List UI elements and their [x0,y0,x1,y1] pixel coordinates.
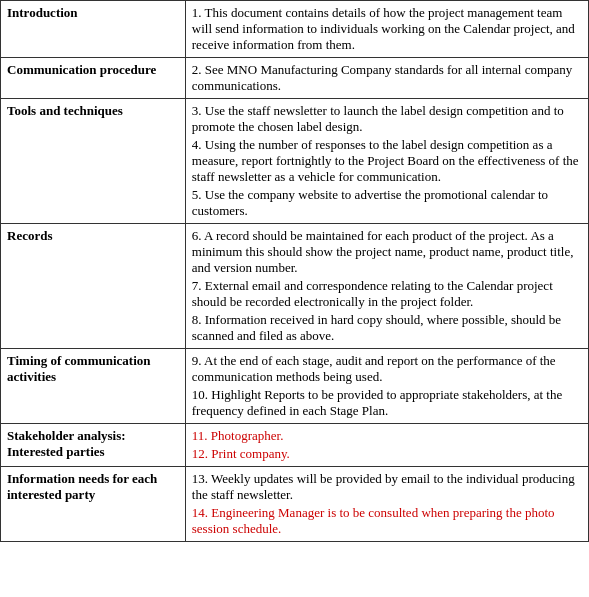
item-text: Highlight Reports to be provided to appr… [192,387,562,418]
content-item: 12. Print company. [192,446,582,462]
item-text: Engineering Manager is to be consulted w… [192,505,555,536]
content-item: 11. Photographer. [192,428,582,444]
item-number: 8. [192,312,202,327]
item-text: Using the number of responses to the lab… [192,137,579,184]
row-label: Records [1,224,186,349]
item-text: This document contains details of how th… [192,5,575,52]
item-number: 11. [192,428,208,443]
item-text: See MNO Manufacturing Company standards … [192,62,573,93]
row-content: 2. See MNO Manufacturing Company standar… [185,58,588,99]
content-item: 6. A record should be maintained for eac… [192,228,582,276]
row-label: Information needs for each interested pa… [1,467,186,542]
item-text: At the end of each stage, audit and repo… [192,353,556,384]
row-content: 13. Weekly updates will be provided by e… [185,467,588,542]
item-text: Print company. [208,446,290,461]
item-number: 9. [192,353,202,368]
content-item: 5. Use the company website to advertise … [192,187,582,219]
item-number: 5. [192,187,202,202]
row-label: Introduction [1,1,186,58]
row-content: 9. At the end of each stage, audit and r… [185,349,588,424]
table-row: Stakeholder analysis: Interested parties… [1,424,589,467]
item-number: 1. [192,5,202,20]
table-row: Communication procedure2. See MNO Manufa… [1,58,589,99]
item-number: 7. [192,278,202,293]
row-content: 6. A record should be maintained for eac… [185,224,588,349]
table-row: Records6. A record should be maintained … [1,224,589,349]
content-item: 4. Using the number of responses to the … [192,137,582,185]
row-content: 3. Use the staff newsletter to launch th… [185,99,588,224]
row-content: 1. This document contains details of how… [185,1,588,58]
item-text: Information received in hard copy should… [192,312,561,343]
content-item: 13. Weekly updates will be provided by e… [192,471,582,503]
item-text: Photographer. [208,428,284,443]
item-number: 6. [192,228,202,243]
item-number: 2. [192,62,202,77]
item-text: External email and correspondence relati… [192,278,553,309]
row-label: Timing of communication activities [1,349,186,424]
item-text: Weekly updates will be provided by email… [192,471,575,502]
item-number: 12. [192,446,208,461]
content-item: 10. Highlight Reports to be provided to … [192,387,582,419]
item-text: Use the company website to advertise the… [192,187,548,218]
table-row: Information needs for each interested pa… [1,467,589,542]
item-number: 13. [192,471,208,486]
item-number: 14. [192,505,208,520]
item-number: 4. [192,137,202,152]
item-text: A record should be maintained for each p… [192,228,574,275]
table-row: Timing of communication activities9. At … [1,349,589,424]
row-content: 11. Photographer.12. Print company. [185,424,588,467]
table-row: Introduction1. This document contains de… [1,1,589,58]
row-label: Stakeholder analysis: Interested parties [1,424,186,467]
item-number: 10. [192,387,208,402]
content-item: 7. External email and correspondence rel… [192,278,582,310]
row-label: Tools and techniques [1,99,186,224]
table-row: Tools and techniques3. Use the staff new… [1,99,589,224]
content-item: 8. Information received in hard copy sho… [192,312,582,344]
item-text: Use the staff newsletter to launch the l… [192,103,564,134]
content-item: 14. Engineering Manager is to be consult… [192,505,582,537]
content-item: 9. At the end of each stage, audit and r… [192,353,582,385]
row-label: Communication procedure [1,58,186,99]
content-item: 1. This document contains details of how… [192,5,582,53]
content-item: 3. Use the staff newsletter to launch th… [192,103,582,135]
item-number: 3. [192,103,202,118]
communication-plan-table: Introduction1. This document contains de… [0,0,589,542]
content-item: 2. See MNO Manufacturing Company standar… [192,62,582,94]
